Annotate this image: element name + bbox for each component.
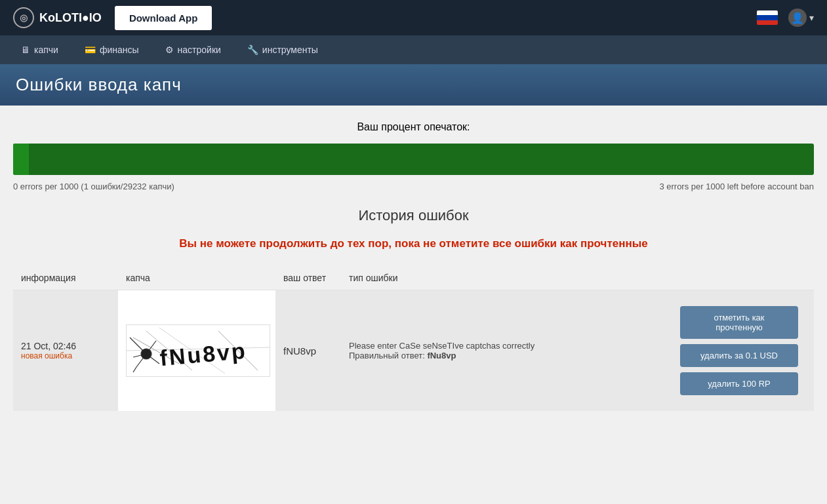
captcha-image-cell: fNu8vp	[118, 290, 275, 412]
avatar: 👤	[788, 9, 807, 27]
table-row: 21 Oct, 02:46 новая ошибка	[13, 290, 814, 412]
error-type-cell: Please enter CaSe seNseTIve captchas cor…	[341, 290, 664, 412]
history-title: История ошибок	[13, 207, 814, 224]
sidebar-item-tools[interactable]: 🔧 инструменты	[237, 39, 329, 60]
main-content: Ваш процент опечаток: 0 errors per 1000 …	[0, 106, 827, 427]
delete-rp-button[interactable]: удалить 100 RP	[680, 372, 798, 395]
sidebar-item-settings[interactable]: ⚙ настройки	[155, 39, 232, 60]
captcha-image: fNu8vp	[126, 324, 270, 377]
typo-section: Ваш процент опечаток:	[13, 121, 814, 133]
progress-left-label: 0 errors per 1000 (1 ошибки/29232 капчи)	[13, 182, 174, 191]
col-info: информация	[13, 266, 118, 290]
nav-label-finance: финансы	[100, 45, 139, 55]
progress-labels: 0 errors per 1000 (1 ошибки/29232 капчи)…	[13, 182, 814, 191]
col-error-type: тип ошибки	[341, 266, 664, 290]
page-title: Ошибки ввода капч	[16, 75, 811, 95]
logo-icon: ◎	[13, 7, 34, 28]
date-cell: 21 Oct, 02:46 новая ошибка	[13, 290, 118, 412]
action-buttons: отметить как прочтенную удалить за 0.1 U…	[672, 298, 806, 403]
header-left: ◎ KoLOTI●IO Download App	[13, 6, 212, 30]
correct-answer-value: fNu8vp	[427, 351, 456, 360]
tools-icon: 🔧	[247, 45, 258, 55]
delete-usd-button[interactable]: удалить за 0.1 USD	[680, 344, 798, 367]
page-title-bar: Ошибки ввода капч	[0, 64, 827, 106]
correct-prefix: Правильный ответ:	[349, 351, 427, 360]
nav-label-captcha: капчи	[34, 45, 58, 55]
mark-read-button[interactable]: отметить как прочтенную	[680, 306, 798, 339]
logo-text: KoLOTI●IO	[39, 11, 102, 25]
logo: ◎ KoLOTI●IO	[13, 7, 102, 28]
date-text: 21 Oct, 02:46	[21, 341, 110, 351]
progress-bar-fill	[13, 144, 29, 175]
answer-cell: fNU8vp	[275, 290, 341, 412]
settings-icon: ⚙	[165, 45, 174, 55]
nav-label-settings: настройки	[178, 45, 221, 55]
col-captcha: капча	[118, 266, 275, 290]
progress-bar-container	[13, 144, 814, 175]
errors-table: информация капча ваш ответ тип ошибки 21…	[13, 266, 814, 411]
correct-answer-line: Правильный ответ: fNu8vp	[349, 351, 656, 360]
header: ◎ KoLOTI●IO Download App 👤 ▾	[0, 0, 827, 35]
main-nav: 🖥 капчи 💳 финансы ⚙ настройки 🔧 инструме…	[0, 35, 827, 64]
warning-text: Вы не можете продолжить до тех пор, пока…	[13, 237, 814, 250]
svg-point-11	[141, 349, 151, 359]
col-actions	[664, 266, 814, 290]
sidebar-item-captcha[interactable]: 🖥 капчи	[10, 39, 69, 60]
captcha-icon: 🖥	[21, 45, 30, 55]
russian-flag-icon	[757, 10, 778, 25]
header-right: 👤 ▾	[757, 9, 814, 27]
progress-right-label: 3 errors per 1000 left before account ba…	[659, 182, 814, 191]
download-app-button[interactable]: Download App	[115, 6, 212, 30]
error-message: Please enter CaSe seNseTIve captchas cor…	[349, 341, 656, 351]
nav-label-tools: инструменты	[262, 45, 318, 55]
action-cell: отметить как прочтенную удалить за 0.1 U…	[664, 290, 814, 412]
sidebar-item-finance[interactable]: 💳 финансы	[74, 39, 150, 60]
captcha-svg: fNu8vp	[127, 324, 270, 377]
user-menu[interactable]: 👤 ▾	[788, 9, 814, 27]
typo-label: Ваш процент опечаток:	[357, 121, 470, 132]
col-answer: ваш ответ	[275, 266, 341, 290]
user-dropdown-arrow: ▾	[809, 12, 814, 23]
finance-icon: 💳	[85, 45, 96, 55]
new-error-label: новая ошибка	[21, 351, 110, 360]
